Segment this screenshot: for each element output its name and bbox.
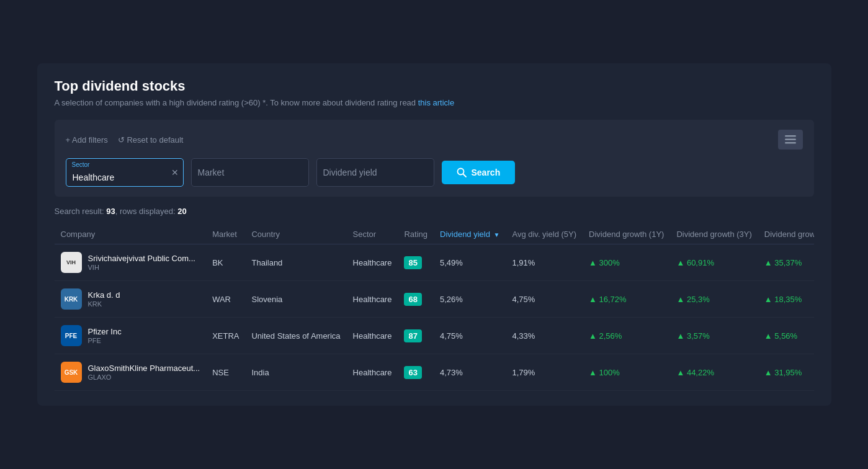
this-article-link[interactable]: this article: [418, 98, 455, 107]
dividend-yield-filter-input[interactable]: [316, 158, 434, 187]
reset-default-button[interactable]: ↺ Reset to default: [118, 135, 184, 145]
cell-rating: 63: [398, 354, 434, 391]
cell-sector: Healthcare: [347, 281, 398, 318]
toolbar-top: + Add filters ↺ Reset to default: [66, 130, 803, 150]
cell-market: WAR: [206, 281, 245, 318]
search-button[interactable]: Search: [442, 161, 516, 184]
market-filter-input[interactable]: [191, 158, 309, 187]
col-market: Market: [206, 225, 245, 244]
cell-country: Thailand: [245, 244, 346, 281]
market-filter-wrap: [191, 158, 309, 187]
company-logo: VIH: [61, 252, 82, 273]
company-ticker: PFE: [88, 337, 122, 344]
cell-rating: 85: [398, 244, 434, 281]
sector-filter-label: Sector: [72, 161, 90, 168]
filters-toolbar: + Add filters ↺ Reset to default Sector …: [55, 120, 814, 197]
cell-div-growth-3y: 25,3%: [670, 281, 758, 318]
table-row[interactable]: GSK GlaxoSmithKline Pharmaceut... GLAXO …: [55, 354, 814, 391]
cell-avg-div-yield: 4,75%: [506, 281, 583, 318]
company-ticker: KRK: [88, 300, 120, 308]
col-div-growth-1y: Dividend growth (1Y): [583, 225, 670, 244]
cell-div-growth-5y: 18,35%: [758, 281, 814, 318]
col-rating: Rating: [398, 225, 434, 244]
cell-avg-div-yield: 1,91%: [506, 244, 583, 281]
toggle-icon: [785, 135, 796, 144]
company-name: Srivichaivejvivat Public Com...: [88, 254, 195, 264]
view-toggle-button[interactable]: [778, 130, 803, 150]
company-ticker: VIH: [88, 264, 195, 271]
cell-company: KRK Krka d. d KRK: [55, 281, 207, 318]
cell-div-growth-3y: 60,91%: [670, 244, 758, 281]
cell-div-growth-5y: 31,95%: [758, 354, 814, 391]
cell-sector: Healthcare: [347, 318, 398, 354]
stocks-table: Company Market Country Sector Rating Div…: [55, 225, 814, 391]
rating-badge: 63: [404, 366, 421, 379]
cell-div-growth-3y: 44,22%: [670, 354, 758, 391]
company-name: GlaxoSmithKline Pharmaceut...: [88, 364, 200, 374]
col-dividend-yield[interactable]: Dividend yield ▼: [434, 225, 506, 244]
cell-country: India: [245, 354, 346, 391]
company-ticker: GLAXO: [88, 373, 200, 381]
cell-market: BK: [206, 244, 245, 281]
cell-div-growth-1y: 300%: [583, 244, 670, 281]
stocks-table-wrap: Company Market Country Sector Rating Div…: [55, 225, 814, 391]
sector-filter-clear[interactable]: ✕: [171, 168, 179, 177]
table-header-row: Company Market Country Sector Rating Div…: [55, 225, 814, 244]
cell-market: XETRA: [206, 318, 245, 354]
cell-div-growth-1y: 16,72%: [583, 281, 670, 318]
cell-company: PFE Pfizer Inc PFE: [55, 318, 207, 354]
add-filters-button[interactable]: + Add filters: [66, 135, 108, 145]
search-result-text: Search result: 93, rows displayed: 20: [55, 207, 814, 216]
cell-div-growth-5y: 35,37%: [758, 244, 814, 281]
cell-dividend-yield: 5,49%: [434, 244, 506, 281]
col-div-growth-5y: Dividend growth (5Y): [758, 225, 814, 244]
cell-sector: Healthcare: [347, 244, 398, 281]
cell-company: VIH Srivichaivejvivat Public Com... VIH: [55, 244, 207, 281]
rating-badge: 68: [404, 293, 421, 306]
table-row[interactable]: VIH Srivichaivejvivat Public Com... VIH …: [55, 244, 814, 281]
svg-line-4: [463, 174, 466, 177]
toolbar-left: + Add filters ↺ Reset to default: [66, 135, 184, 145]
cell-avg-div-yield: 1,79%: [506, 354, 583, 391]
filters-row: Sector ✕ Search: [66, 158, 803, 187]
page-title: Top dividend stocks: [55, 78, 814, 94]
cell-sector: Healthcare: [347, 354, 398, 391]
main-container: Top dividend stocks A selection of compa…: [37, 63, 831, 406]
col-avg-div-yield: Avg div. yield (5Y): [506, 225, 583, 244]
table-row[interactable]: KRK Krka d. d KRK WAR Slovenia Healthcar…: [55, 281, 814, 318]
cell-dividend-yield: 4,75%: [434, 318, 506, 354]
dividend-yield-filter-wrap: [316, 158, 434, 187]
table-row[interactable]: PFE Pfizer Inc PFE XETRA United States o…: [55, 318, 814, 354]
cell-country: United States of America: [245, 318, 346, 354]
cell-div-growth-5y: 5,56%: [758, 318, 814, 354]
sort-icon-dividend-yield: ▼: [494, 231, 500, 238]
cell-div-growth-1y: 100%: [583, 354, 670, 391]
cell-div-growth-1y: 2,56%: [583, 318, 670, 354]
cell-rating: 68: [398, 281, 434, 318]
col-country: Country: [245, 225, 346, 244]
col-sector: Sector: [347, 225, 398, 244]
company-logo: GSK: [61, 362, 82, 383]
company-name: Krka d. d: [88, 290, 120, 301]
col-div-growth-3y: Dividend growth (3Y): [670, 225, 758, 244]
col-company: Company: [55, 225, 207, 244]
page-subtitle: A selection of companies with a high div…: [55, 98, 814, 107]
sector-filter-wrap: Sector ✕: [66, 158, 184, 187]
cell-dividend-yield: 4,73%: [434, 354, 506, 391]
cell-company: GSK GlaxoSmithKline Pharmaceut... GLAXO: [55, 354, 207, 391]
cell-rating: 87: [398, 318, 434, 354]
company-logo: PFE: [61, 325, 82, 346]
rating-badge: 85: [404, 256, 421, 269]
cell-avg-div-yield: 4,33%: [506, 318, 583, 354]
svg-rect-2: [785, 142, 796, 144]
cell-dividend-yield: 5,26%: [434, 281, 506, 318]
svg-rect-1: [785, 139, 796, 141]
company-name: Pfizer Inc: [88, 327, 122, 337]
cell-country: Slovenia: [245, 281, 346, 318]
rating-badge: 87: [404, 329, 421, 342]
search-icon: [457, 168, 467, 177]
cell-market: NSE: [206, 354, 245, 391]
cell-div-growth-3y: 3,57%: [670, 318, 758, 354]
company-logo: KRK: [61, 288, 82, 310]
svg-rect-0: [785, 135, 796, 137]
